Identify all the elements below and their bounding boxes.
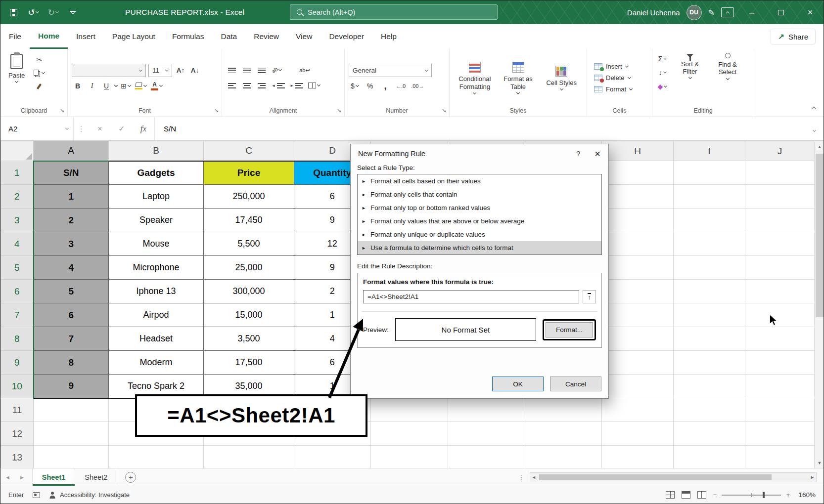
underline-button[interactable]: U xyxy=(100,80,112,92)
horizontal-scrollbar[interactable]: ◄ ► xyxy=(530,472,817,482)
percent-style-button[interactable]: % xyxy=(364,80,376,92)
align-left-button[interactable] xyxy=(226,80,238,91)
cell-A6[interactable]: 5 xyxy=(34,280,109,303)
save-button[interactable] xyxy=(4,4,22,20)
col-header-H[interactable]: H xyxy=(602,141,674,161)
cell-C6[interactable]: 300,000 xyxy=(204,280,294,303)
autosum-button[interactable]: Σ xyxy=(656,53,668,65)
cell-J11[interactable] xyxy=(745,398,815,422)
tab-home[interactable]: Home xyxy=(30,24,68,49)
font-dialog-launcher-icon[interactable]: ↘ xyxy=(214,107,219,114)
cell-F11[interactable] xyxy=(448,398,525,422)
cell-J7[interactable] xyxy=(745,303,815,327)
cell-I2[interactable] xyxy=(674,185,745,209)
user-avatar[interactable]: DU xyxy=(687,5,702,20)
cell-A9[interactable]: 8 xyxy=(34,351,109,375)
merge-center-button[interactable] xyxy=(307,80,321,91)
zoom-in-button[interactable]: + xyxy=(786,491,790,499)
col-header-B[interactable]: B xyxy=(109,141,204,161)
cell-A13[interactable] xyxy=(34,446,109,469)
cell-G11[interactable] xyxy=(525,398,602,422)
cell-C5[interactable]: 25,000 xyxy=(204,256,294,280)
tabbar-handle-icon[interactable]: ⋮ xyxy=(513,473,530,481)
maximize-button[interactable] xyxy=(770,0,792,24)
clear-button[interactable]: ◆ xyxy=(656,81,668,92)
cell-J1[interactable] xyxy=(745,161,815,185)
rule-type-option-2[interactable]: ►Format only cells that contain xyxy=(358,188,601,201)
close-button[interactable]: × xyxy=(799,0,822,24)
cut-button[interactable]: ✂ xyxy=(33,54,46,66)
cell-D13[interactable] xyxy=(294,446,371,469)
copy-button[interactable] xyxy=(33,67,46,79)
cell-J3[interactable] xyxy=(745,209,815,232)
cell-A12[interactable] xyxy=(34,422,109,446)
cell-C9[interactable]: 17,500 xyxy=(204,351,294,375)
cell-I1[interactable] xyxy=(674,161,745,185)
row-header-3[interactable]: 3 xyxy=(1,209,34,232)
cell-H4[interactable] xyxy=(602,232,674,256)
expand-formula-bar-button[interactable] xyxy=(805,125,824,133)
cell-I9[interactable] xyxy=(674,351,745,375)
cell-A11[interactable] xyxy=(34,398,109,422)
cell-H9[interactable] xyxy=(602,351,674,375)
shrink-font-button[interactable]: A↓ xyxy=(189,65,201,77)
cell-G12[interactable] xyxy=(525,422,602,446)
tab-developer[interactable]: Developer xyxy=(320,24,372,49)
decrease-decimal-button[interactable]: .00→ xyxy=(410,80,425,92)
cancel-entry-button[interactable]: × xyxy=(89,117,111,140)
cell-B5[interactable]: Microphone xyxy=(109,256,204,280)
cell-J8[interactable] xyxy=(745,327,815,351)
prev-sheet-button[interactable]: ◄ xyxy=(0,474,15,480)
accounting-format-button[interactable]: $ xyxy=(349,80,361,92)
ribbon-display-options-button[interactable] xyxy=(721,7,734,17)
new-sheet-button[interactable]: + xyxy=(125,472,136,483)
cell-B8[interactable]: Headset xyxy=(109,327,204,351)
find-select-button[interactable]: Find & Select xyxy=(710,52,745,81)
horizontal-scrollbar-thumb[interactable] xyxy=(539,474,772,480)
cell-C3[interactable]: 17,450 xyxy=(204,209,294,232)
ok-button[interactable]: OK xyxy=(492,377,544,391)
customize-qat-button[interactable] xyxy=(64,4,82,20)
clipboard-dialog-launcher-icon[interactable]: ↘ xyxy=(60,107,64,114)
vertical-scrollbar[interactable]: ▲ ▼ xyxy=(814,141,824,469)
cell-A3[interactable]: 2 xyxy=(34,209,109,232)
cell-A8[interactable]: 7 xyxy=(34,327,109,351)
align-right-button[interactable] xyxy=(256,80,268,91)
row-header-7[interactable]: 7 xyxy=(1,303,34,327)
cell-B4[interactable]: Mouse xyxy=(109,232,204,256)
dialog-help-button[interactable]: ? xyxy=(570,150,587,158)
cell-H1[interactable] xyxy=(602,161,674,185)
scroll-right-icon[interactable]: ► xyxy=(810,475,815,480)
tab-insert[interactable]: Insert xyxy=(68,24,104,49)
cell-I11[interactable] xyxy=(674,398,745,422)
normal-view-button[interactable] xyxy=(666,491,675,499)
font-name-combo[interactable] xyxy=(72,64,146,77)
cell-H11[interactable] xyxy=(602,398,674,422)
row-header-6[interactable]: 6 xyxy=(1,280,34,303)
rule-type-option-3[interactable]: ►Format only top or bottom ranked values xyxy=(358,201,601,214)
insert-cells-button[interactable]: Insert xyxy=(591,62,648,71)
col-header-I[interactable]: I xyxy=(674,141,745,161)
cell-I5[interactable] xyxy=(674,256,745,280)
cell-I4[interactable] xyxy=(674,232,745,256)
cell-F13[interactable] xyxy=(448,446,525,469)
cell-H2[interactable] xyxy=(602,185,674,209)
cell-G13[interactable] xyxy=(525,446,602,469)
cell-H12[interactable] xyxy=(602,422,674,446)
increase-decimal-button[interactable]: ←.0 xyxy=(395,80,407,92)
tab-page-layout[interactable]: Page Layout xyxy=(104,24,164,49)
italic-button[interactable]: I xyxy=(86,80,98,92)
user-name[interactable]: Daniel Uchenna xyxy=(627,8,680,17)
row-header-11[interactable]: 11 xyxy=(1,398,34,422)
collapse-ribbon-button[interactable] xyxy=(812,104,816,113)
formula-bar-content[interactable]: S/N xyxy=(154,117,805,140)
wrap-text-button[interactable]: ab↩ xyxy=(298,64,311,76)
conditional-formatting-button[interactable]: Conditional Formatting xyxy=(454,61,496,95)
page-layout-view-button[interactable] xyxy=(682,491,690,499)
cell-B1[interactable]: Gadgets xyxy=(109,161,204,185)
cell-H7[interactable] xyxy=(602,303,674,327)
grow-font-button[interactable]: A↑ xyxy=(175,65,186,77)
cancel-button[interactable]: Cancel xyxy=(550,377,601,391)
cell-E12[interactable] xyxy=(371,422,448,446)
cell-B3[interactable]: Speaker xyxy=(109,209,204,232)
